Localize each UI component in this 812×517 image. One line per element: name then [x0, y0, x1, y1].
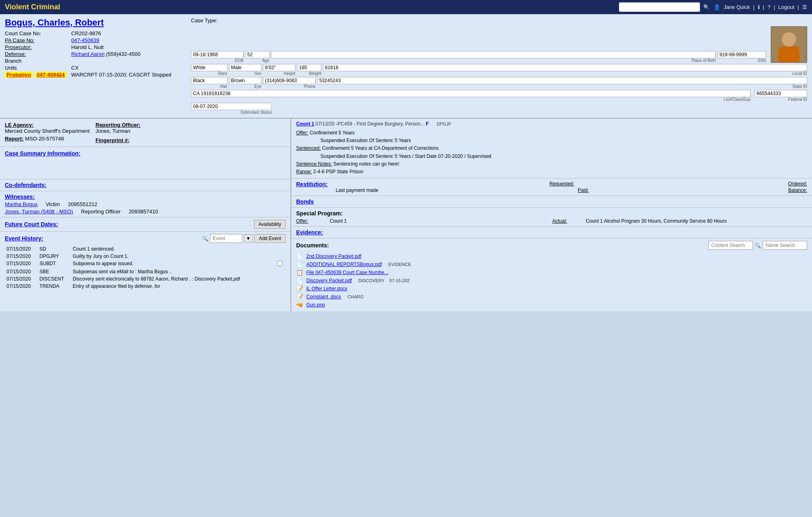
search-icon[interactable]: 🔍	[703, 4, 710, 10]
co-defendants-link[interactable]: Co-defendants:	[5, 182, 47, 188]
event-code: TRENDA	[38, 283, 71, 290]
range-value: 2-4-6 PSP State Prison	[313, 169, 363, 174]
offer-sub: Suspended Execution Of Sentenc 5 Years	[296, 137, 807, 145]
age-label: Age	[245, 58, 269, 63]
file-icon: 📋	[296, 269, 303, 276]
witness-2-name[interactable]: Jones, Turman (5408 - MSO)	[5, 209, 73, 215]
event-history-link[interactable]: Event History:	[5, 235, 43, 242]
fingerprint-label: Fingerprint #:	[95, 137, 184, 143]
event-search-input[interactable]	[210, 234, 242, 243]
event-desc: Entry of appearance filed by defense, fo…	[71, 283, 276, 290]
probation-badge[interactable]: Probation	[5, 72, 33, 78]
event-desc: Guilty by Jury on Count 1.	[71, 253, 276, 260]
sentence-notes-value: Sentencing notes can go here!	[333, 161, 399, 167]
doc-link[interactable]: Discovery Packet.pdf	[306, 278, 352, 283]
count1-link[interactable]: Count 1	[296, 121, 314, 127]
list-item: 📝 Complaint .docx CHARG	[296, 293, 807, 301]
branch-label: Branch	[5, 58, 70, 64]
pa-case-label[interactable]: PA Case No:	[5, 37, 70, 43]
doc-link[interactable]: File 047-450639 Court Case Numbe...	[306, 270, 388, 275]
doc-link[interactable]: ADDITIONAL REPORTSBogus.pdf	[306, 262, 382, 267]
co-defendants-section: Co-defendants:	[0, 179, 290, 191]
doc-link[interactable]: Complaint .docx	[306, 294, 341, 300]
witnesses-link[interactable]: Witnesses:	[5, 194, 35, 200]
probation-case-link[interactable]: 047-450424	[35, 72, 66, 78]
sentenced-sub: Suspended Execution Of Sentenc 5 Years /…	[296, 153, 807, 160]
table-row: 07/15/2020 SBE Subpoenas sent via eMail …	[5, 268, 286, 275]
event-checkbox[interactable]	[276, 260, 286, 268]
event-history-section: Event History: 🔍 ▼ Add Event 07/15/2020 …	[0, 232, 290, 292]
table-row: 07/15/2020 DISCSENT Discovery sent elect…	[5, 275, 286, 283]
court-case-value: CR202-9876	[71, 30, 181, 36]
witnesses-section: Witnesses: Martha Bogus Victim 209555121…	[0, 191, 290, 217]
info-icon[interactable]: ℹ	[758, 4, 760, 10]
case-summary-section: Case Summary Information:	[0, 147, 290, 179]
event-code: SD	[38, 245, 71, 253]
count-section: Count 1 07/13/20 -PC459 - First Degree B…	[291, 119, 812, 179]
place-of-birth-value	[271, 51, 716, 58]
evidence-link[interactable]: Evidence:	[296, 229, 323, 236]
list-item: 📋 File 047-450639 Court Case Numbe...	[296, 268, 807, 277]
pdf-icon: 📄	[296, 253, 303, 260]
future-court-dates-section: Future Court Dates: Availability	[0, 217, 290, 232]
witness-1-name[interactable]: Martha Bogus	[5, 201, 38, 207]
lic-label: Lic#/Class/Exp	[191, 97, 751, 102]
list-item: 📄 2nd Discovery Packet.pdf	[296, 252, 807, 260]
report-label: Report:	[5, 136, 23, 142]
special-program-header: Special Program:	[296, 210, 343, 217]
event-date: 07/15/2020	[5, 275, 38, 283]
doc-link[interactable]: IL Offer Letter.docx	[306, 286, 347, 291]
sp-actual-label: Actual:	[552, 218, 585, 224]
doc-date: 07-15-202	[389, 278, 409, 283]
witness-1-role: Victim	[46, 201, 60, 207]
defense-value: Richard Aaron (559)432-4500	[71, 51, 181, 57]
img-icon: 🔫	[296, 302, 303, 308]
documents-header: Documents:	[296, 242, 329, 249]
age-value: 52	[245, 51, 269, 58]
defense-label[interactable]: Defense:	[5, 51, 70, 57]
availability-button[interactable]: Availability	[254, 220, 286, 229]
le-agency-value: Merced County Sheriff's Department	[5, 128, 94, 134]
table-row: 07/15/2020 TRENDA Entry of appearance fi…	[5, 283, 286, 290]
report-value: MSO-20-575748	[25, 136, 64, 142]
pa-case-value: 047-450639	[71, 37, 181, 43]
logout-link[interactable]: Logout	[778, 4, 795, 10]
list-item: 🔫 Gun.png	[296, 301, 807, 309]
add-event-button[interactable]: Add Event	[254, 234, 286, 243]
federal-id-label: Federal ID	[755, 97, 807, 102]
doc-link[interactable]: Gun.png	[306, 302, 325, 308]
event-table: 07/15/2020 SD Count 1 sentenced. 07/15/2…	[5, 245, 286, 290]
lic-value: CA 19191818238	[191, 90, 751, 97]
event-search-icon: 🔍	[202, 236, 208, 242]
menu-icon[interactable]: ☰	[802, 4, 807, 10]
requested-label: Requested:	[549, 181, 574, 187]
word-icon: 📝	[296, 294, 303, 300]
content-search-input[interactable]	[708, 241, 753, 250]
state-id-value: 53245243	[317, 77, 807, 84]
defendant-name[interactable]: Bogus, Charles, Robert	[5, 17, 181, 28]
name-search-input[interactable]	[763, 241, 807, 250]
prosecutor-label[interactable]: Prosecutor:	[5, 44, 70, 50]
doc-link[interactable]: 2nd Discovery Packet.pdf	[306, 253, 361, 259]
probation-notes: WARCRPT 07-15-2020; CASCRT Stopped	[71, 72, 181, 78]
phone-label: Phone	[263, 84, 316, 89]
header-search-input[interactable]	[619, 2, 700, 12]
ordered-label: Ordered:	[788, 181, 807, 187]
event-date: 07/15/2020	[5, 245, 38, 253]
event-desc: Count 1 sentenced.	[71, 245, 276, 253]
table-row: 07/15/2020 SUBDT Subpoena to appear issu…	[5, 260, 286, 268]
future-court-dates-link[interactable]: Future Court Dates:	[5, 221, 58, 228]
table-row: 07/15/2020 SD Count 1 sentenced.	[5, 245, 286, 253]
race-label: Race	[191, 71, 227, 76]
bonds-link[interactable]: Bonds	[296, 198, 314, 205]
special-program-section: Special Program: Offer: Count 1 Actual: …	[291, 208, 812, 227]
pdf-icon: 📄	[296, 277, 303, 284]
defendant-status-value: 08-07-2020	[191, 103, 272, 110]
help-icon[interactable]: ?	[767, 4, 770, 10]
restitution-link[interactable]: Restitution:	[296, 181, 328, 187]
event-dropdown-arrow[interactable]: ▼	[244, 234, 253, 243]
case-summary-link[interactable]: Case Summary Information:	[5, 150, 81, 157]
sex-label: Sex	[229, 71, 261, 76]
doc-search-icon[interactable]: 🔍	[755, 243, 761, 249]
defense-name-link[interactable]: Richard Aaron	[71, 51, 104, 57]
